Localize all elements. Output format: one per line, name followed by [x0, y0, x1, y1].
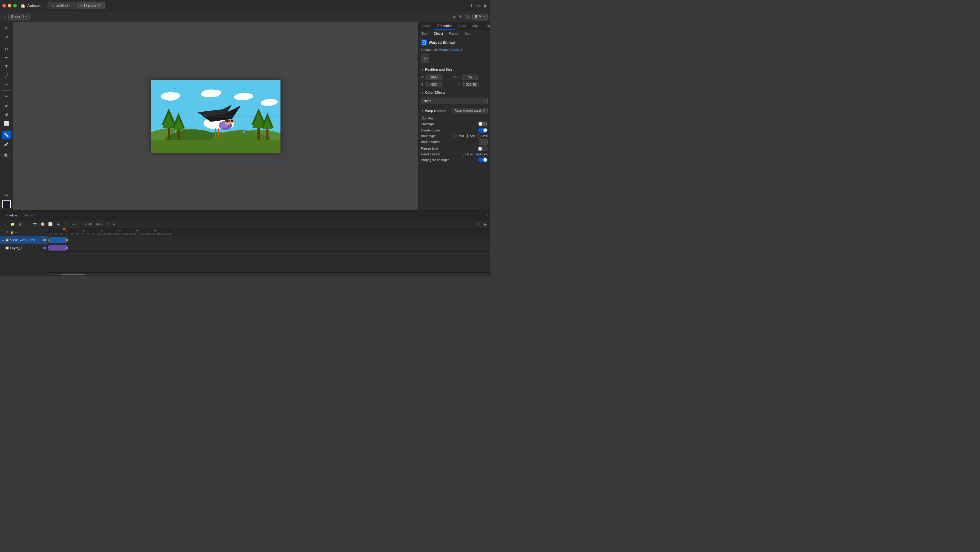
global-transform-icon[interactable]: ⊕: [453, 14, 457, 19]
subtab-tool[interactable]: Tool: [418, 30, 430, 37]
sidebar-icon[interactable]: ▭: [477, 3, 481, 8]
subtab-doc[interactable]: Doc: [461, 30, 474, 37]
subtab-frame[interactable]: Frame: [446, 30, 461, 37]
bone-type-flexi-radio[interactable]: [477, 134, 480, 138]
rectangle-tool[interactable]: ▭: [2, 81, 11, 89]
pen-tool[interactable]: ✒: [2, 54, 11, 62]
handle-mode-fixed-option[interactable]: Fixed: [463, 153, 474, 156]
output-tab[interactable]: Output: [22, 213, 37, 218]
tab-align[interactable]: Align: [469, 22, 482, 30]
freeze-joint-toggle[interactable]: [478, 146, 488, 151]
timeline-scrollbar-track[interactable]: [49, 274, 489, 275]
handle-mode-fixed-radio[interactable]: [463, 153, 466, 156]
subtab-object[interactable]: Object: [430, 30, 446, 37]
layer-icon-1: ⬜: [5, 246, 9, 250]
eye-all-icon[interactable]: 👁: [6, 231, 9, 234]
fill-tool[interactable]: ◉: [2, 110, 11, 119]
bone-tool[interactable]: 🦴: [2, 131, 11, 139]
maximize-window-button[interactable]: [13, 4, 17, 8]
tab-close-2[interactable]: ✕: [80, 4, 82, 8]
tab-color[interactable]: Color: [455, 22, 469, 30]
height-input[interactable]: [426, 82, 442, 87]
propagate-changes-toggle[interactable]: [478, 157, 488, 162]
insert-blank-button[interactable]: ◇: [63, 221, 69, 227]
camera-button[interactable]: 📷: [32, 221, 38, 227]
eraser-tool[interactable]: ⬜: [2, 119, 11, 127]
subselect-tool[interactable]: ↗: [2, 33, 11, 41]
current-frame-value[interactable]: 1: [107, 223, 109, 226]
tab-untitled-2[interactable]: ✕ Untitled-2*: [76, 2, 105, 9]
create-bones-toggle[interactable]: [478, 128, 488, 133]
brush-tool[interactable]: 🖌: [2, 101, 11, 110]
position-size-section-header[interactable]: ▼ Position and Size: [421, 66, 488, 73]
more-tools[interactable]: •••: [2, 191, 11, 199]
tab-assets[interactable]: Assets: [418, 22, 434, 30]
timeline-menu-icon[interactable]: ≡: [485, 213, 488, 217]
onion-skin-button[interactable]: 🧅: [40, 221, 46, 227]
title-bar-right: ⬆ ▭ ▶: [469, 3, 488, 8]
ruler-220: 220: [162, 232, 166, 235]
motion-tween-button[interactable]: ⇌: [71, 221, 76, 227]
bone-rotation-value[interactable]: -12: [479, 139, 488, 145]
timeline-tab[interactable]: Timeline: [2, 213, 19, 218]
y-input[interactable]: [463, 82, 479, 87]
instance-name[interactable]: WarpedAsset_1: [439, 48, 463, 51]
play-icon[interactable]: ▶: [484, 3, 488, 8]
bone-type-soft-option[interactable]: Soft: [466, 134, 475, 138]
keyframe-marker-start: [48, 240, 49, 241]
play-button[interactable]: ▶: [482, 221, 488, 227]
x-input[interactable]: [462, 75, 478, 80]
add-layer-button[interactable]: +: [2, 221, 8, 227]
delete-layer-button[interactable]: 🗑: [18, 221, 23, 227]
reset-warped-asset-button[interactable]: Reset warped asset ↺: [452, 108, 488, 113]
line-tool[interactable]: ╱: [2, 72, 11, 80]
width-input[interactable]: [426, 75, 442, 80]
link-dimensions-icon[interactable]: [453, 75, 456, 80]
lock-all-icon[interactable]: 🔒: [10, 231, 14, 234]
tab-untitled-1[interactable]: ✕ Untitled-1: [48, 2, 75, 9]
bitmap-icon-button[interactable]: [421, 54, 429, 63]
layer-stork-with-baby[interactable]: ▶ 📁 Stork_with_Baby: [0, 236, 48, 244]
tab-close-1[interactable]: ✕: [51, 4, 54, 8]
color-swatch[interactable]: [2, 200, 11, 208]
outline-all-icon[interactable]: ▭: [15, 231, 18, 234]
eyedropper-tool[interactable]: 💉: [2, 140, 11, 148]
color-effects-dropdown[interactable]: None ▾: [421, 98, 488, 104]
scene-selector[interactable]: Scene 1 ▾: [8, 14, 30, 20]
snapping-icon[interactable]: ✛: [459, 14, 463, 19]
zoom-selector[interactable]: 51% ▾: [473, 14, 488, 20]
color-effects-section-header[interactable]: ▼ Color Effects: [421, 89, 488, 96]
text-tool[interactable]: T: [2, 62, 11, 71]
y-field: Y: [458, 82, 488, 87]
insert-frame-button[interactable]: ⬜: [47, 221, 53, 227]
bone-type-hard-radio[interactable]: [453, 134, 457, 138]
handle-mode-open-option[interactable]: Open: [476, 153, 488, 156]
close-window-button[interactable]: [2, 4, 6, 8]
fps-value[interactable]: 30.00: [84, 223, 92, 226]
handle-mode-radio-group: Fixed Open: [463, 153, 488, 156]
layer-layer1[interactable]: ▶ ⬜ Layer_1: [0, 244, 48, 252]
layer1-frame-track: [48, 244, 490, 252]
loop-button[interactable]: ⟲: [475, 221, 481, 227]
tab-properties[interactable]: Properties: [434, 22, 455, 30]
stage-size-icon[interactable]: ⬛: [465, 14, 470, 19]
minimize-window-button[interactable]: [8, 4, 11, 8]
envelope-toggle[interactable]: [478, 121, 488, 126]
pencil-tool[interactable]: ✏: [2, 92, 11, 100]
bone-type-hard-option[interactable]: Hard: [453, 134, 464, 138]
timeline-scrollbar-thumb[interactable]: [61, 274, 85, 275]
mesh-visibility-eye-icon[interactable]: [421, 116, 426, 120]
select-tool[interactable]: ↖: [2, 24, 11, 32]
insert-keyframe-button[interactable]: ◆: [55, 221, 61, 227]
handle-mode-open-radio[interactable]: [476, 153, 479, 156]
warp-options-section-header[interactable]: ▼ Warp Options Reset warped asset ↺: [421, 106, 488, 115]
share-icon[interactable]: ⬆: [469, 3, 473, 8]
tab-library[interactable]: Library: [482, 22, 490, 30]
lasso-tool[interactable]: ⊙: [2, 45, 11, 53]
home-icon[interactable]: ⊕: [2, 14, 6, 19]
layer-expand-icon[interactable]: ▶: [2, 239, 4, 242]
bone-type-soft-radio[interactable]: [466, 134, 469, 138]
bone-type-flexi-option[interactable]: Flexi: [477, 134, 488, 138]
zoom-tool[interactable]: 🔍: [2, 151, 11, 160]
folder-layer-button[interactable]: 📁: [10, 221, 16, 227]
